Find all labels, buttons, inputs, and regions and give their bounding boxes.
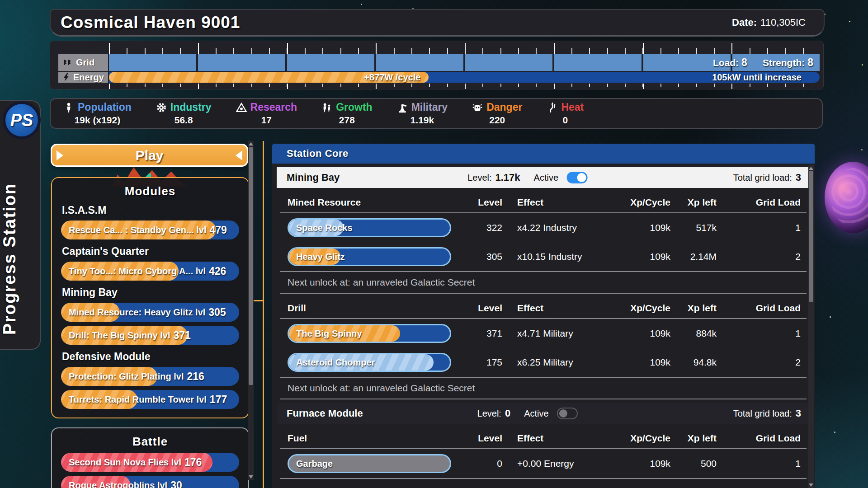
ruler-ticks-top: [109, 43, 821, 54]
modules-panel-title: Modules: [61, 184, 239, 198]
column-header: Fuel: [279, 433, 451, 444]
module-table: FuelLevelEffectXp/CycleXp leftGrid LoadG…: [279, 428, 807, 479]
module-progress-pill[interactable]: Turrets: Rapid Rumble Tower lvl177: [61, 390, 239, 409]
gear-icon: [156, 102, 167, 113]
grid-load-cell: 1: [717, 328, 801, 339]
module-name: Mining Bay: [287, 172, 340, 183]
level-cell: 322: [451, 222, 502, 233]
column-header: Effect: [502, 433, 615, 444]
module-progress-pill[interactable]: Rescue Ca... : Standby Gen... lvl479: [61, 221, 239, 239]
battle-panel: Battle Second Sun Nova Flies lvl176Rogue…: [51, 427, 249, 488]
module-progress-pill[interactable]: Drill: The Big Spinny lvl371: [61, 326, 239, 345]
level-label: Level:: [477, 408, 501, 419]
energy-until-text: 105kW until increase: [712, 72, 802, 83]
modules-groups: I.S.A.S.MRescue Ca... : Standby Gen... l…: [61, 204, 239, 409]
grid-load-cell: 2: [717, 357, 801, 368]
xp-cycle-cell: 109k: [615, 222, 670, 233]
active-toggle[interactable]: [557, 408, 578, 419]
app-root: Cosmical Haven 9001 Date:110,305IC Grid …: [0, 0, 868, 488]
module-progress-pill[interactable]: Second Sun Nova Flies lvl176: [61, 453, 239, 472]
stat-value: 56.8: [156, 115, 212, 126]
level-value: 0: [505, 408, 510, 419]
grid-load-value: 8: [741, 56, 747, 68]
purple-planet: [825, 162, 868, 233]
next-unlock-text: Next unlock at: an unraveled Galactic Se…: [279, 272, 807, 293]
grid-load-cell: 1: [717, 222, 801, 233]
grid-bar-label: Grid: [58, 54, 108, 71]
ps-logo: PS: [3, 101, 41, 139]
stat-label: Growth: [336, 101, 373, 113]
turret-icon: [397, 102, 408, 113]
stat-label: Danger: [486, 101, 522, 113]
module-name: Furnace Module: [287, 408, 363, 419]
starfield: [0, 0, 1, 1]
grid-load-cell: 1: [717, 458, 801, 469]
grid-segment: [465, 54, 552, 71]
battle-panel-title: Battle: [61, 435, 239, 449]
column-header: Level: [451, 197, 502, 208]
effect-cell: x10.15 Industry: [502, 251, 615, 262]
table-row: Garbage0+0.00 Energy109k5001: [279, 449, 807, 478]
station-title: Cosmical Haven 9001: [61, 13, 240, 32]
column-header: Xp left: [670, 433, 717, 444]
column-header: Xp/Cycle: [615, 433, 670, 444]
stat-research: Research17: [236, 101, 297, 126]
sidebar-scrollbar[interactable]: [248, 141, 254, 480]
module-progress-pill[interactable]: Tiny Too...: Micro Cyborg A... lvl426: [61, 262, 239, 281]
table-header-row: FuelLevelEffectXp/CycleXp leftGrid Load: [279, 428, 807, 448]
resource-pill[interactable]: The Big Spinny: [288, 324, 451, 343]
module-group-label: Captain's Quarter: [62, 245, 239, 258]
station-core-panel: Station Core Mining BayLevel:1.17kActive…: [272, 144, 815, 488]
resource-pill[interactable]: Space Rocks: [288, 218, 451, 237]
date-value: 110,305IC: [760, 17, 806, 28]
column-header: Grid Load: [717, 303, 801, 314]
level-cell: 371: [451, 328, 502, 339]
active-label: Active: [534, 173, 558, 183]
play-button[interactable]: Play: [51, 144, 248, 167]
module-progress-pill[interactable]: Protection: Glitz Plating lvl216: [61, 367, 239, 386]
stat-label: Heat: [561, 101, 584, 113]
scroll-down-arrow[interactable]: [249, 475, 253, 479]
resource-pill[interactable]: Asteroid Chomper: [288, 353, 451, 372]
grid-load-cell: 2: [717, 251, 801, 262]
module-progress-pill[interactable]: Mined Resource: Heavy Glitz lvl305: [61, 303, 239, 322]
xp-cycle-cell: 109k: [615, 328, 670, 339]
stat-value: 1.19k: [397, 115, 448, 126]
table-row: Space Rocks322x4.22 Industry109k517k1: [279, 213, 807, 242]
flame-icon: [547, 102, 557, 113]
table-header-row: DrillLevelEffectXp/CycleXp leftGrid Load: [279, 298, 807, 318]
scrollbar-thumb[interactable]: [249, 147, 253, 385]
grid-segment: [198, 54, 285, 71]
total-grid-load-label: Total grid load:: [733, 408, 792, 419]
stat-label: Industry: [170, 101, 212, 113]
scroll-up-arrow[interactable]: [249, 142, 253, 145]
energy-fill: +877W /cycle: [109, 72, 429, 83]
active-toggle[interactable]: [566, 172, 587, 183]
level-cell: 175: [451, 357, 502, 368]
grid-segment: [109, 54, 196, 71]
grid-energy-panel: Grid Load:8 Strength:8 Energy +877W /cyc…: [50, 41, 824, 89]
battle-rows: Second Sun Nova Flies lvl176Rogue Astrog…: [61, 453, 239, 488]
column-header: Xp left: [670, 197, 717, 208]
resource-pill[interactable]: Garbage: [288, 454, 451, 473]
grid-track: Load:8 Strength:8: [109, 54, 820, 71]
total-grid-load-value: 3: [796, 172, 801, 183]
grid-segment: [376, 54, 463, 71]
module-progress-pill[interactable]: Rogue Astrogoblins lvl30: [61, 476, 239, 488]
total-grid-load-value: 3: [796, 408, 801, 419]
resource-pill[interactable]: Heavy Glitz: [288, 247, 451, 266]
level-cell: 0: [451, 458, 502, 469]
main-scrollbar[interactable]: [808, 165, 814, 488]
column-header: Xp left: [670, 303, 717, 314]
grid-bar: Grid Load:8 Strength:8: [58, 54, 820, 71]
stat-label: Research: [250, 101, 297, 113]
grid-strength-value: 8: [807, 56, 813, 68]
energy-bar: Energy +877W /cycle 105kW until increase: [58, 72, 820, 83]
energy-track: +877W /cycle 105kW until increase: [109, 72, 820, 83]
screws-icon: [63, 58, 73, 66]
level-value: 1.17k: [495, 172, 520, 183]
table-row: Heavy Glitz305x10.15 Industry109k2.14M2: [279, 242, 807, 271]
stat-value: 17: [236, 115, 297, 126]
column-header: Effect: [502, 197, 615, 208]
column-header: Level: [451, 303, 502, 314]
